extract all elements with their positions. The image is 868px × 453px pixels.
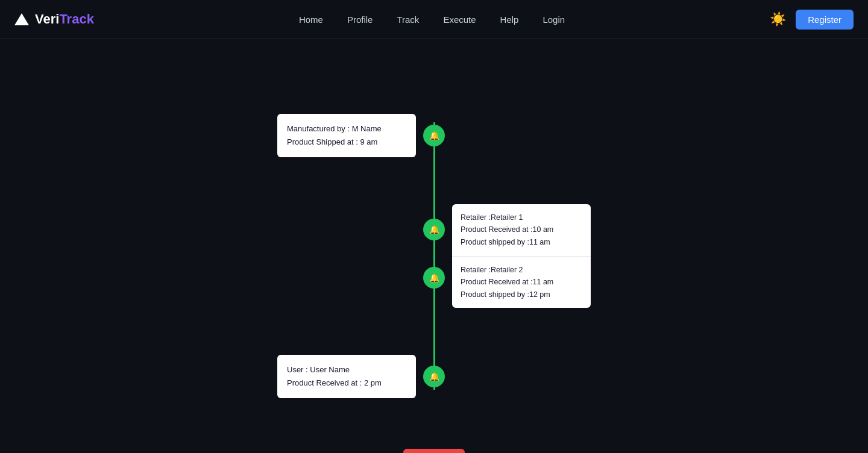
manufacturer-card: Manufactured by : M Name Product Shipped… [277, 114, 416, 157]
retailer1-line2: Product Received at :10 am [461, 223, 582, 236]
return-button[interactable]: Return [403, 449, 464, 453]
timeline-section: Manufactured by : M Name Product Shipped… [277, 111, 591, 401]
retailer1-line3: Product shipped by :11 am [461, 236, 582, 249]
brand-name: VeriTrack [35, 11, 94, 27]
timeline-row-user: User : User Name Product Received at : 2… [277, 352, 591, 401]
nav-links: Home Profile Track Execute Help Login [299, 14, 565, 25]
main-content: Manufactured by : M Name Product Shipped… [0, 39, 868, 453]
return-section: Return [403, 425, 464, 453]
brand-veri: Veri [35, 11, 59, 27]
retailer2-line1: Retailer :Retailer 2 [461, 264, 582, 276]
bell-icon-4: 🔔 [429, 372, 439, 381]
nav-home[interactable]: Home [299, 14, 323, 25]
nav-login[interactable]: Login [542, 14, 565, 25]
navbar: VeriTrack Home Profile Track Execute Hel… [0, 0, 868, 39]
user-node: 🔔 [423, 366, 445, 387]
theme-toggle-icon[interactable]: ☀️ [770, 11, 786, 27]
nav-help[interactable]: Help [500, 14, 519, 25]
retailer2-line2: Product Received at :11 am [461, 276, 582, 289]
register-button[interactable]: Register [796, 10, 854, 30]
manufacturer-line2: Product Shipped at : 9 am [287, 136, 406, 149]
bell-icon-1: 🔔 [429, 131, 439, 140]
bell-icon-2: 🔔 [429, 225, 439, 234]
retailer2-node: 🔔 [423, 267, 445, 289]
timeline-row-manufacturer: Manufactured by : M Name Product Shipped… [277, 111, 591, 160]
timeline-row-retailers: 🔔 Retailer :Retailer 1 Product Received … [277, 208, 591, 304]
retailer2-line3: Product shipped by :12 pm [461, 289, 582, 301]
user-line1: User : User Name [287, 363, 406, 376]
brand-logo: VeriTrack [14, 11, 94, 27]
user-line2: Product Received at : 2 pm [287, 376, 406, 390]
nav-execute[interactable]: Execute [443, 14, 476, 25]
nav-track[interactable]: Track [397, 14, 419, 25]
retailer2-block: Retailer :Retailer 2 Product Received at… [452, 257, 591, 308]
retailer1-block: Retailer :Retailer 1 Product Received at… [452, 204, 591, 257]
retailer1-line1: Retailer :Retailer 1 [461, 211, 582, 224]
bell-icon-3: 🔔 [429, 273, 439, 283]
retailers-card: Retailer :Retailer 1 Product Received at… [452, 204, 591, 308]
logo-triangle-icon [14, 13, 29, 25]
brand-track: Track [59, 11, 94, 27]
navbar-right: ☀️ Register [770, 10, 854, 30]
manufacturer-line1: Manufactured by : M Name [287, 122, 406, 136]
user-card: User : User Name Product Received at : 2… [277, 355, 416, 398]
nav-profile[interactable]: Profile [347, 14, 373, 25]
manufacturer-node: 🔔 [423, 125, 445, 146]
retailer1-node: 🔔 [423, 219, 445, 240]
